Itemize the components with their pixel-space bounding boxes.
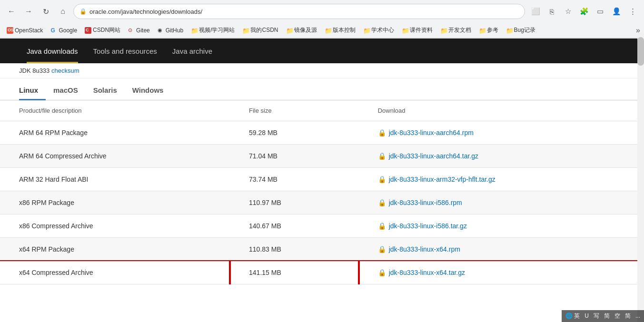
- col-size: File size: [230, 100, 359, 121]
- filename: jdk-8u333-linux-i586.rpm: [389, 199, 462, 206]
- bookmark-courseware[interactable]: 📁 课件资料: [399, 25, 436, 36]
- cell-download: 🔒jdk-8u333-linux-aarch64.tar.gz: [359, 145, 644, 168]
- bookmark-mycsdn-label: 我的CSDN: [250, 26, 278, 34]
- bookmark-version[interactable]: 📁 版本控制: [322, 25, 358, 36]
- tab-linux[interactable]: Linux: [19, 80, 46, 100]
- share-icon[interactable]: ⎘: [545, 5, 558, 18]
- cell-size: 110.83 MB: [230, 238, 359, 261]
- table-row: ARM 32 Hard Float ABI73.74 MB🔒jdk-8u333-…: [0, 168, 644, 191]
- folder-icon-3: 📁: [286, 27, 293, 34]
- extensions-icon[interactable]: 🧩: [577, 5, 591, 18]
- download-link[interactable]: 🔒jdk-8u333-linux-i586.rpm: [378, 199, 625, 206]
- table-row: ARM 64 Compressed Archive71.04 MB🔒jdk-8u…: [0, 145, 644, 168]
- folder-icon-5: 📁: [363, 27, 370, 34]
- cell-description: ARM 64 Compressed Archive: [0, 145, 230, 168]
- bookmark-bug[interactable]: 📁 Bug记录: [503, 25, 538, 36]
- cell-download: 🔒jdk-8u333-linux-i586.tar.gz: [359, 215, 644, 238]
- cell-description: x64 Compressed Archive: [0, 261, 230, 284]
- lock-icon: 🔒: [378, 245, 386, 253]
- col-download: Download: [359, 100, 644, 121]
- screenshot-icon[interactable]: ⬜: [529, 5, 542, 18]
- cell-download: 🔒jdk-8u333-linux-x64.tar.gz: [359, 261, 644, 284]
- table-row: x86 Compressed Archive140.67 MB🔒jdk-8u33…: [0, 215, 644, 238]
- bookmark-github-label: GitHub: [166, 27, 183, 34]
- browser-chrome: ← → ↻ ⌂ 🔒 oracle.com/java/technologies/d…: [0, 0, 644, 39]
- gitee-icon: ⊙: [128, 27, 135, 34]
- bookmark-ref-label: 参考: [487, 26, 498, 34]
- tab-windows[interactable]: Windows: [125, 80, 171, 100]
- lock-icon: 🔒: [378, 152, 386, 160]
- folder-icon-2: 📁: [242, 27, 249, 34]
- bookmark-devdoc[interactable]: 📁 开发文档: [437, 25, 474, 36]
- bookmark-ref[interactable]: 📁 参考: [476, 25, 501, 36]
- tab-macos[interactable]: macOS: [46, 80, 86, 100]
- profile-icon[interactable]: 👤: [610, 5, 623, 18]
- download-link[interactable]: 🔒jdk-8u333-linux-aarch64.tar.gz: [378, 152, 625, 160]
- github-icon: ◉: [158, 27, 164, 34]
- page-content: Java downloads Tools and resources Java …: [0, 39, 644, 284]
- cell-size: 71.04 MB: [230, 145, 359, 168]
- filename: jdk-8u333-linux-i586.tar.gz: [389, 222, 467, 230]
- nav-tools-resources-label: Tools and resources: [93, 47, 157, 55]
- table-row: x64 RPM Package110.83 MB🔒jdk-8u333-linux…: [0, 238, 644, 261]
- bookmark-star-icon[interactable]: ☆: [561, 5, 575, 18]
- checksum-link[interactable]: checksum: [51, 67, 79, 74]
- checksum-text: JDK 8u333: [19, 67, 50, 74]
- lock-icon: 🔒: [378, 176, 386, 183]
- download-link[interactable]: 🔒jdk-8u333-linux-arm32-vfp-hflt.tar.gz: [378, 176, 625, 183]
- cell-download: 🔒jdk-8u333-linux-x64.rpm: [359, 238, 644, 261]
- window-icon[interactable]: ▭: [594, 5, 607, 18]
- bookmark-video[interactable]: 📁 视频/学习网站: [188, 25, 238, 36]
- address-bar[interactable]: 🔒 oracle.com/java/technologies/downloads…: [73, 4, 525, 19]
- col-description: Product/file description: [0, 100, 230, 121]
- bookmark-openstack[interactable]: OS OpenStack: [4, 26, 46, 35]
- openstack-icon: OS: [7, 27, 13, 34]
- lock-icon: 🔒: [378, 269, 386, 276]
- back-button[interactable]: ←: [5, 5, 18, 18]
- tab-solaris[interactable]: Solaris: [86, 80, 125, 100]
- cell-description: x86 RPM Package: [0, 191, 230, 215]
- cell-description: ARM 64 RPM Package: [0, 121, 230, 145]
- nav-tools-resources[interactable]: Tools and resources: [86, 39, 165, 63]
- cell-size: 110.97 MB: [230, 191, 359, 215]
- checksum-bar: JDK 8u333 checksum: [0, 63, 644, 78]
- tab-linux-label: Linux: [19, 86, 38, 94]
- forward-button[interactable]: →: [22, 5, 35, 18]
- table-header-row: Product/file description File size Downl…: [0, 100, 644, 121]
- home-button[interactable]: ⌂: [56, 5, 69, 18]
- download-link[interactable]: 🔒jdk-8u333-linux-x64.rpm: [378, 245, 625, 253]
- cell-size: 59.28 MB: [230, 121, 359, 145]
- menu-icon[interactable]: ⋮: [626, 5, 639, 18]
- table-row: ARM 64 RPM Package59.28 MB🔒jdk-8u333-lin…: [0, 121, 644, 145]
- bookmark-gitee-label: Gitee: [136, 27, 150, 34]
- csdn-icon: C: [85, 27, 91, 34]
- refresh-button[interactable]: ↻: [39, 5, 52, 18]
- scrollbar-thumb[interactable]: [637, 37, 644, 66]
- bookmark-academic[interactable]: 📁 学术中心: [360, 25, 397, 36]
- cell-description: ARM 32 Hard Float ABI: [0, 168, 230, 191]
- filename: jdk-8u333-linux-aarch64.rpm: [389, 129, 474, 137]
- browser-toolbar: ← → ↻ ⌂ 🔒 oracle.com/java/technologies/d…: [0, 0, 644, 23]
- download-link[interactable]: 🔒jdk-8u333-linux-x64.tar.gz: [378, 269, 625, 276]
- download-link[interactable]: 🔒jdk-8u333-linux-aarch64.rpm: [378, 129, 625, 137]
- nav-java-archive-label: Java archive: [172, 47, 212, 55]
- tab-solaris-label: Solaris: [93, 86, 117, 94]
- bookmark-mycsdn[interactable]: 📁 我的CSDN: [239, 25, 281, 36]
- bookmark-csdn-label: CSDN网站: [93, 26, 120, 34]
- bookmark-csdn[interactable]: C CSDN网站: [82, 25, 123, 36]
- bookmark-mirror[interactable]: 📁 镜像及源: [283, 25, 320, 36]
- nav-java-archive[interactable]: Java archive: [165, 39, 220, 63]
- bookmark-devdoc-label: 开发文档: [448, 26, 471, 34]
- bookmark-gitee[interactable]: ⊙ Gitee: [125, 26, 153, 35]
- bookmark-github[interactable]: ◉ GitHub: [155, 26, 186, 35]
- download-link[interactable]: 🔒jdk-8u333-linux-i586.tar.gz: [378, 222, 625, 230]
- os-tabs: Linux macOS Solaris Windows: [0, 80, 644, 100]
- filename: jdk-8u333-linux-aarch64.tar.gz: [389, 152, 478, 160]
- cell-size: 141.15 MB: [230, 261, 359, 284]
- cell-download: 🔒jdk-8u333-linux-aarch64.rpm: [359, 121, 644, 145]
- scrollbar-track[interactable]: [637, 32, 644, 284]
- cell-description: x64 RPM Package: [0, 238, 230, 261]
- nav-java-downloads[interactable]: Java downloads: [19, 39, 86, 63]
- table-row: x64 Compressed Archive141.15 MB🔒jdk-8u33…: [0, 261, 644, 284]
- bookmark-google[interactable]: G Google: [48, 26, 80, 35]
